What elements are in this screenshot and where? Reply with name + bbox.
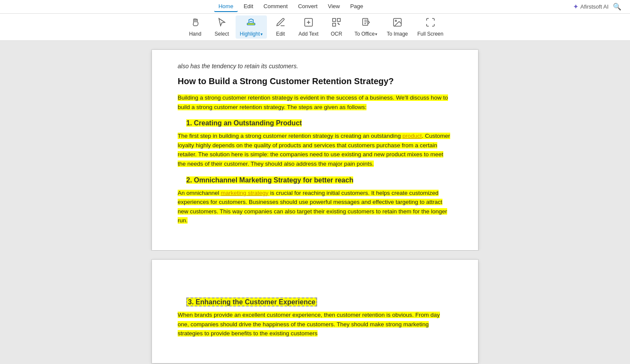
svg-point-8: [395, 20, 397, 21]
ocr-tool-button[interactable]: OCR: [324, 15, 349, 39]
svg-rect-0: [247, 23, 255, 25]
nav-item-view[interactable]: View: [324, 1, 344, 12]
tooffice-tool-label: To Office: [354, 31, 375, 37]
nav-item-convert[interactable]: Convert: [294, 1, 322, 12]
ai-star-icon: ✦: [573, 3, 579, 11]
top-nav: Home Edit Comment Convert View Page ✦ Af…: [0, 0, 630, 14]
section-2-heading: 2. Omnichannel Marketing Strategy for be…: [186, 176, 353, 184]
section-2-heading-wrapper: 2. Omnichannel Marketing Strategy for be…: [178, 176, 452, 184]
ai-label: ✦ Afirstsoft AI: [573, 3, 609, 11]
section-2-body: An omnichannel marketing strategy is cru…: [178, 188, 452, 225]
addtext-tool-label: Add Text: [299, 31, 318, 37]
section-1-heading: 1. Creating an Outstanding Product: [186, 119, 302, 127]
pdf-pages-wrapper: also has the tendency to retain its cust…: [0, 41, 630, 364]
select-tool-button[interactable]: Select: [209, 15, 235, 39]
highlight-icon: [246, 17, 256, 30]
highlight-dropdown[interactable]: Highlight ▾: [240, 31, 263, 37]
intro-paragraph-block: Building a strong customer retention str…: [178, 93, 452, 112]
pdf-page-content-1: also has the tendency to retain its cust…: [152, 50, 478, 250]
nav-item-home[interactable]: Home: [214, 1, 238, 12]
intro-paragraph: Building a strong customer retention str…: [178, 93, 452, 112]
toimage-tool-label: To Image: [387, 31, 408, 37]
nav-right: ✦ Afirstsoft AI 🔍: [573, 3, 621, 11]
section-1-block: 1. Creating an Outstanding Product The f…: [178, 119, 452, 168]
page-gap: [0, 251, 630, 259]
addtext-icon: [303, 17, 314, 30]
nav-item-edit[interactable]: Edit: [239, 1, 257, 12]
edit-tool-button[interactable]: Edit: [268, 15, 294, 39]
section-1-link[interactable]: product: [403, 133, 422, 139]
hand-icon: [190, 17, 200, 30]
tooffice-icon: [361, 17, 371, 30]
section-2-link[interactable]: marketing strategy: [221, 190, 269, 196]
pdf-page-content-2: 3. Enhancing the Customer Experience Whe…: [152, 260, 478, 363]
ocr-tool-label: OCR: [331, 31, 342, 37]
page-top-text: also has the tendency to retain its cust…: [178, 63, 452, 70]
main-heading: How to Build a Strong Customer Retention…: [178, 76, 452, 86]
fullscreen-tool-button[interactable]: Full Screen: [413, 15, 448, 39]
section-3-heading: 3. Enhancing the Customer Experience: [186, 297, 317, 306]
highlight-tool-label: Highlight: [240, 31, 260, 37]
nav-item-comment[interactable]: Comment: [259, 1, 292, 12]
svg-rect-3: [333, 18, 336, 21]
section-2-block: 2. Omnichannel Marketing Strategy for be…: [178, 176, 452, 225]
tooffice-tool-button[interactable]: To Office ▾: [350, 15, 382, 39]
fullscreen-tool-label: Full Screen: [417, 31, 443, 37]
addtext-tool-button[interactable]: Add Text: [294, 15, 323, 39]
edit-icon: [276, 17, 286, 30]
ai-text: Afirstsoft AI: [580, 3, 609, 10]
pdf-page-1: also has the tendency to retain its cust…: [151, 49, 479, 251]
content-area: also has the tendency to retain its cust…: [0, 41, 630, 364]
ocr-icon: [331, 17, 342, 30]
svg-rect-5: [333, 23, 336, 26]
select-icon: [217, 17, 227, 30]
hand-tool-button[interactable]: Hand: [182, 15, 208, 39]
intro-paragraph-highlighted: Building a strong customer retention str…: [178, 94, 448, 110]
hand-tool-label: Hand: [189, 31, 201, 37]
edit-tool-label: Edit: [276, 31, 285, 37]
toimage-icon: [392, 17, 403, 30]
search-icon[interactable]: 🔍: [613, 3, 621, 11]
section-1-body: The first step in building a strong cust…: [178, 131, 452, 168]
toimage-tool-button[interactable]: To Image: [382, 15, 412, 39]
pdf-container: also has the tendency to retain its cust…: [0, 41, 630, 364]
nav-item-page[interactable]: Page: [346, 1, 367, 12]
tooffice-dropdown[interactable]: To Office ▾: [354, 31, 377, 37]
pdf-page-2: 3. Enhancing the Customer Experience Whe…: [151, 259, 479, 364]
section-3-heading-wrapper: 3. Enhancing the Customer Experience: [178, 298, 452, 306]
select-tool-label: Select: [215, 31, 229, 37]
section-1-text-part1: The first step in building a strong cust…: [178, 133, 403, 139]
fullscreen-icon: [425, 17, 436, 30]
section-3-text: When brands provide an excellent custome…: [178, 312, 440, 337]
section-1-heading-wrapper: 1. Creating an Outstanding Product: [178, 119, 452, 127]
section-3-body: When brands provide an excellent custome…: [178, 310, 452, 338]
svg-rect-4: [337, 18, 340, 21]
highlight-tool-button[interactable]: Highlight ▾: [236, 15, 267, 39]
toolbar: Hand Select Highlight ▾ Edit: [0, 14, 630, 41]
section-2-text-part1: An omnichannel: [178, 190, 221, 196]
nav-menu: Home Edit Comment Convert View Page: [9, 1, 573, 12]
tooffice-dropdown-arrow: ▾: [375, 32, 377, 36]
highlight-dropdown-arrow: ▾: [260, 32, 263, 36]
section-3-block: 3. Enhancing the Customer Experience Whe…: [178, 298, 452, 338]
